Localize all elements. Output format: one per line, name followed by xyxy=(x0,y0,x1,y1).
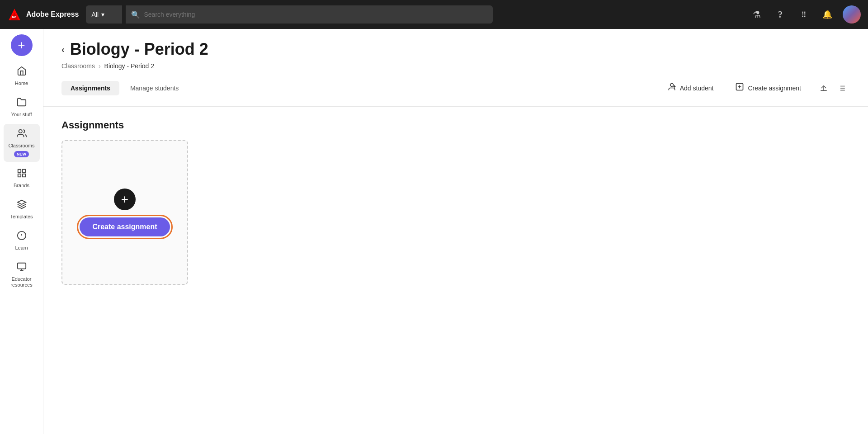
svg-point-14 xyxy=(670,84,673,87)
search-container: All ▾ 🔍 xyxy=(86,5,493,24)
sidebar-item-learn[interactable]: Learn xyxy=(4,226,40,255)
svg-rect-7 xyxy=(18,174,20,176)
create-assignment-header-label: Create assignment xyxy=(748,85,801,92)
main-layout: + Home Your stuff xyxy=(0,29,868,434)
sidebar-item-label-your-stuff: Your stuff xyxy=(11,112,32,118)
breadcrumb: Classrooms › Biology - Period 2 xyxy=(61,62,850,70)
sidebar-item-classrooms[interactable]: Classrooms NEW xyxy=(4,124,40,161)
create-assignment-header-icon xyxy=(735,82,744,94)
search-input-wrapper: 🔍 xyxy=(126,5,493,24)
search-type-dropdown[interactable]: All ▾ xyxy=(86,5,122,24)
view-toggle xyxy=(816,80,850,96)
templates-icon xyxy=(17,199,27,212)
classrooms-icon xyxy=(17,128,27,141)
navbar-actions: ⚗ ? ⠿ 🔔 xyxy=(749,5,861,24)
add-student-icon xyxy=(667,82,676,94)
add-student-label: Add student xyxy=(680,85,714,92)
your-stuff-icon xyxy=(17,97,27,110)
home-icon xyxy=(17,66,27,79)
help-icon-btn[interactable]: ? xyxy=(772,6,788,23)
add-student-button[interactable]: Add student xyxy=(660,79,721,97)
navbar: Ae Adobe Express All ▾ 🔍 ⚗ ? ⠿ xyxy=(0,0,868,29)
new-badge: NEW xyxy=(14,151,29,157)
tab-manage-students[interactable]: Manage students xyxy=(121,81,188,95)
chevron-down-icon: ▾ xyxy=(101,11,104,18)
sidebar-item-label-home: Home xyxy=(15,80,28,86)
svg-text:Ae: Ae xyxy=(12,15,17,19)
apps-icon: ⠿ xyxy=(801,10,807,19)
tabs: Assignments Manage students xyxy=(61,81,188,95)
help-icon: ? xyxy=(778,9,783,20)
plugin-icon: ⚗ xyxy=(753,9,761,20)
notifications-icon: 🔔 xyxy=(822,9,832,19)
breadcrumb-separator: › xyxy=(99,62,101,70)
assignments-section-title: Assignments xyxy=(61,119,850,131)
search-input[interactable] xyxy=(144,11,487,18)
apps-icon-btn[interactable]: ⠿ xyxy=(796,6,812,23)
sidebar-item-label-classrooms: Classrooms xyxy=(8,143,34,149)
tab-assignments[interactable]: Assignments xyxy=(61,81,119,95)
notifications-icon-btn[interactable]: 🔔 xyxy=(819,6,835,23)
empty-assignment-card: + Create assignment xyxy=(61,140,188,285)
search-icon: 🔍 xyxy=(131,10,140,19)
breadcrumb-current: Biology - Period 2 xyxy=(104,62,155,70)
sidebar-item-label-templates: Templates xyxy=(10,214,33,220)
empty-state-plus-circle: + xyxy=(114,189,136,210)
back-title: ‹ Biology - Period 2 xyxy=(61,40,850,59)
create-assignment-header-button[interactable]: Create assignment xyxy=(728,79,808,97)
brand-logo[interactable]: Ae Adobe Express xyxy=(7,7,79,22)
sidebar-item-label-educator-resources: Educator resources xyxy=(6,276,37,288)
page-title: Biology - Period 2 xyxy=(70,40,208,59)
assignments-section: Assignments + Create assignment xyxy=(43,107,868,297)
page-header: ‹ Biology - Period 2 Classrooms › Biolog… xyxy=(43,29,868,70)
sidebar-item-label-learn: Learn xyxy=(15,245,28,251)
list-view-button[interactable] xyxy=(834,80,850,96)
search-type-label: All xyxy=(91,11,99,18)
back-arrow-icon[interactable]: ‹ xyxy=(61,44,65,55)
sidebar-item-label-brands: Brands xyxy=(14,183,29,189)
svg-point-3 xyxy=(19,130,22,133)
brand-name: Adobe Express xyxy=(26,10,79,19)
breadcrumb-parent[interactable]: Classrooms xyxy=(61,62,95,70)
sidebar-item-home[interactable]: Home xyxy=(4,61,40,91)
create-button[interactable]: + xyxy=(11,34,33,56)
learn-icon xyxy=(17,231,27,243)
svg-rect-6 xyxy=(22,174,25,176)
sidebar-item-templates[interactable]: Templates xyxy=(4,195,40,224)
brands-icon xyxy=(17,168,27,181)
user-avatar[interactable] xyxy=(843,5,861,24)
tabs-actions-bar: Assignments Manage students xyxy=(43,79,868,107)
svg-rect-11 xyxy=(17,263,25,269)
create-assignment-card-button[interactable]: Create assignment xyxy=(80,217,170,236)
actions-bar: Add student Create assignment xyxy=(660,79,850,97)
sidebar: + Home Your stuff xyxy=(0,29,43,434)
sidebar-item-educator-resources[interactable]: Educator resources xyxy=(4,257,40,292)
svg-rect-4 xyxy=(18,169,20,172)
sidebar-item-your-stuff[interactable]: Your stuff xyxy=(4,93,40,122)
content-area: ‹ Biology - Period 2 Classrooms › Biolog… xyxy=(43,29,868,434)
svg-rect-5 xyxy=(22,169,25,172)
plugins-icon-btn[interactable]: ⚗ xyxy=(749,6,765,23)
educator-resources-icon xyxy=(17,262,27,274)
adobe-logo-icon: Ae xyxy=(7,7,22,22)
sidebar-item-brands[interactable]: Brands xyxy=(4,164,40,193)
sort-view-button[interactable] xyxy=(816,80,832,96)
